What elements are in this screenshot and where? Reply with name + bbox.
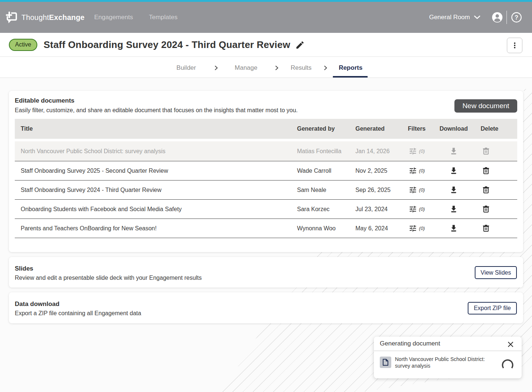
svg-text:?: ? <box>515 14 518 21</box>
